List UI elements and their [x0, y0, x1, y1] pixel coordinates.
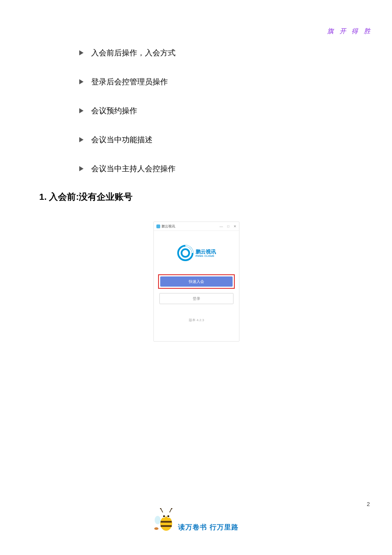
version-text: 版本 4.2.3: [154, 318, 239, 322]
logo-icon: [177, 244, 194, 262]
svg-point-13: [155, 516, 161, 524]
bullet-text: 会议当中功能描述: [91, 135, 153, 145]
login-button[interactable]: 登录: [159, 293, 233, 304]
maximize-icon[interactable]: □: [227, 224, 229, 228]
bullet-icon: [79, 166, 84, 171]
logo-area: 鹏云视讯 PENG CLOUD: [154, 231, 239, 275]
list-item: 登录后会控管理员操作: [79, 77, 176, 87]
list-item: 会议当中功能描述: [79, 135, 176, 145]
section-heading: 1. 入会前:没有企业账号: [39, 191, 133, 203]
svg-rect-3: [161, 521, 172, 523]
corner-motto: 旗 开 得 胜: [327, 27, 372, 35]
svg-point-1: [182, 249, 189, 257]
bullet-icon: [79, 50, 84, 55]
svg-line-10: [170, 509, 171, 512]
bullet-text: 会议当中主持人会控操作: [91, 164, 176, 174]
bullet-text: 登录后会控管理员操作: [91, 77, 168, 87]
app-icon: [156, 224, 160, 228]
titlebar: 鹏云视讯 — □ ✕: [154, 222, 239, 231]
bullet-icon: [79, 79, 84, 84]
minimize-icon[interactable]: —: [219, 224, 223, 228]
list-item: 入会前后操作，入会方式: [79, 48, 176, 58]
page-number: 2: [367, 501, 370, 507]
bee-icon: [153, 508, 176, 533]
bullet-text: 入会前后操作，入会方式: [91, 48, 176, 58]
svg-rect-4: [161, 525, 172, 527]
footer-text: 读万卷书 行万里路: [178, 523, 238, 532]
app-window: 鹏云视讯 — □ ✕ 鹏云视讯 PENG CLOUD 快速入会 登录 版本 4.…: [153, 221, 239, 342]
bullet-icon: [79, 137, 84, 142]
bullet-list: 入会前后操作，入会方式 登录后会控管理员操作 会议预约操作 会议当中功能描述 会…: [79, 48, 176, 193]
logo-text-cn: 鹏云视讯: [196, 249, 216, 254]
close-icon[interactable]: ✕: [233, 224, 236, 228]
titlebar-left: 鹏云视讯: [156, 224, 175, 229]
svg-line-9: [161, 509, 163, 512]
app-title: 鹏云视讯: [161, 224, 175, 229]
window-controls: — □ ✕: [219, 224, 236, 228]
svg-point-2: [160, 516, 172, 531]
logo-text-en: PENG CLOUD: [196, 255, 216, 257]
footer: 读万卷书 行万里路: [0, 508, 392, 532]
svg-point-14: [154, 527, 159, 530]
list-item: 会议当中主持人会控操作: [79, 164, 176, 174]
svg-point-8: [167, 515, 170, 518]
highlight-annotation: 快速入会: [158, 274, 235, 289]
quick-join-button[interactable]: 快速入会: [160, 276, 233, 287]
bullet-text: 会议预约操作: [91, 106, 137, 116]
svg-point-7: [163, 515, 165, 518]
list-item: 会议预约操作: [79, 106, 176, 116]
bullet-icon: [79, 108, 84, 113]
